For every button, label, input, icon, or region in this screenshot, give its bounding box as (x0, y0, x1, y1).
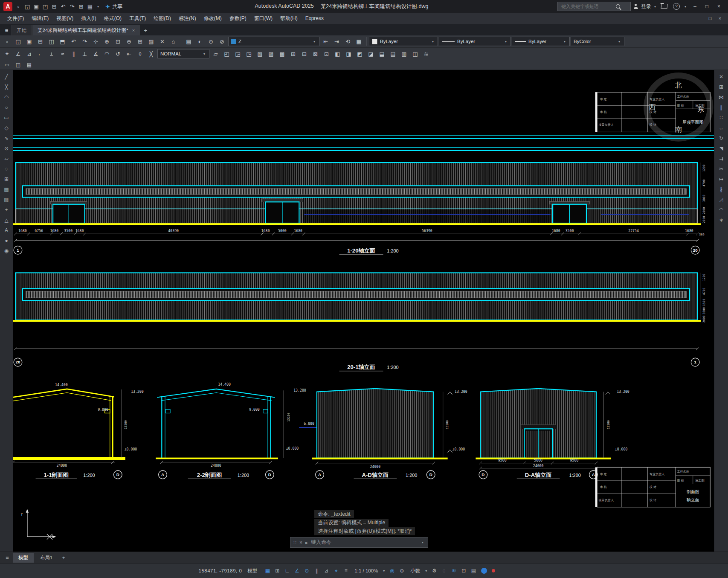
new-layout-icon[interactable]: + (59, 553, 68, 562)
menu-item-0[interactable]: 文件(F) (3, 13, 28, 24)
block-icon[interactable]: ◰ (221, 49, 232, 59)
color-combo[interactable]: ByLayer ▾ (369, 37, 438, 46)
osnap-icon[interactable]: ⊙ (302, 566, 311, 575)
menu-item-11[interactable]: 帮助(H) (276, 13, 302, 24)
section-d-a[interactable]: 13.200 ±0.000 13200 9500 5000 9500 24000… (476, 389, 629, 479)
donut-icon[interactable]: ⊙ (1, 144, 12, 153)
mirror-icon[interactable]: ⋈ (716, 93, 726, 102)
zoom-window-icon[interactable]: ⊡ (113, 37, 123, 46)
section-1-1[interactable]: 14.400 13.200 9.000 ±0.000 13200 24000 1… (13, 383, 144, 479)
batch-plot-icon[interactable]: ⊞ (77, 2, 85, 11)
erase-icon[interactable]: ✕ (716, 72, 726, 81)
user-icon[interactable] (633, 4, 638, 9)
dim-continue-icon[interactable]: ≈ (57, 49, 68, 59)
plot-preview-icon[interactable]: ◫ (46, 37, 57, 46)
doc-minimize-icon[interactable]: – (696, 15, 705, 22)
layer-state-icon[interactable]: ⟲ (342, 37, 353, 46)
menu-item-4[interactable]: 格式(O) (100, 13, 125, 24)
graphics-performance-icon[interactable]: ≋ (449, 566, 458, 575)
layer-properties-icon[interactable]: ▤ (183, 37, 194, 46)
elevation-20-1[interactable]: 1200 4700 1500 3800 2000 20 1 20-1轴立面 (13, 273, 706, 371)
arc-icon[interactable]: ◠ (102, 49, 112, 59)
plot-icon[interactable]: ⊟ (50, 2, 58, 11)
annotation-monitor-icon[interactable]: ◌ (439, 566, 449, 575)
properties-icon[interactable]: ▤ (86, 2, 94, 11)
doc-close-icon[interactable]: × (715, 15, 725, 22)
units-button[interactable]: 小数 (408, 568, 423, 574)
text-style-icon[interactable]: ▥ (399, 49, 409, 59)
dim-radius-icon[interactable]: ⊿ (24, 49, 35, 59)
diamond-icon[interactable]: ◊ (135, 49, 145, 59)
command-recent-caret-icon[interactable]: ▾ (421, 540, 425, 544)
dynamic-input-icon[interactable]: ⌖ (331, 566, 341, 575)
zoom-previous-icon[interactable]: ⊖ (124, 37, 134, 46)
plotstyle-combo[interactable]: ByColor ▾ (571, 37, 624, 46)
parallel-icon[interactable]: ∥ (68, 49, 79, 59)
titleblock-bottom[interactable]: 审 定 审 核 项目负责人 专业负责人 校 对 设 计 工程名称 图 别 施工图… (595, 467, 710, 507)
layer-isolate-icon[interactable]: ⊙ (206, 37, 216, 46)
close-icon[interactable]: × (713, 2, 725, 11)
new-icon[interactable]: ▫ (2, 37, 12, 46)
cross-icon[interactable]: ╳ (146, 49, 157, 59)
publish-icon[interactable]: ⬒ (57, 37, 68, 46)
save-as-icon[interactable]: ◳ (41, 2, 49, 11)
bottom-view-icon[interactable]: ◪ (365, 49, 376, 59)
dynamic-ucs-icon[interactable]: ⊿ (322, 566, 331, 575)
offset-icon[interactable]: ∥ (716, 103, 726, 112)
annotation-visibility-icon[interactable]: ◎ (387, 566, 397, 575)
layer-lock-icon[interactable]: ⊘ (217, 37, 227, 46)
zoom-realtime-icon[interactable]: ⊕ (102, 37, 112, 46)
menu-item-8[interactable]: 修改(M) (200, 13, 226, 24)
minimize-icon[interactable]: – (689, 2, 701, 11)
trim-icon[interactable]: ✂ (716, 164, 726, 173)
polar-icon[interactable]: ∠ (292, 566, 302, 575)
command-line-grip-icon[interactable]: ∷ (293, 540, 296, 545)
chamfer-icon[interactable]: ◿ (716, 195, 726, 204)
command-line[interactable]: ∷ × ▸ 键入命令 ▾ (290, 537, 428, 548)
tab-model[interactable]: 模型 (13, 553, 34, 563)
group-icon[interactable]: ⊞ (288, 49, 299, 59)
search-input[interactable] (560, 3, 616, 9)
notification-icon[interactable] (481, 568, 487, 574)
dim-angular-icon[interactable]: ∠ (13, 49, 23, 59)
dim-style-icon[interactable]: ◫ (410, 49, 421, 59)
share-button[interactable]: ✈ 共享 (102, 3, 126, 10)
attach-icon[interactable]: ◳ (244, 49, 254, 59)
menu-item-3[interactable]: 插入(I) (77, 13, 100, 24)
ellipse-icon[interactable]: ▱ (1, 154, 12, 163)
point-style-icon[interactable]: ● (1, 236, 12, 245)
autoscale-icon[interactable]: ⊕ (397, 566, 406, 575)
linetype-combo[interactable]: ByLayer ▾ (439, 37, 511, 46)
undo-icon[interactable]: ↶ (68, 37, 79, 46)
layer-combo[interactable]: Z ▾ (228, 37, 319, 46)
scale-icon[interactable]: ◥ (716, 144, 726, 153)
region-icon[interactable]: △ (1, 215, 12, 224)
array-icon[interactable]: ∷ (716, 113, 726, 122)
copy-clip-icon[interactable]: ⊞ (135, 37, 145, 46)
shade-icon[interactable]: ⬓ (377, 49, 387, 59)
cart-icon[interactable] (661, 4, 667, 9)
construction-line-icon[interactable]: ╳ (1, 82, 12, 91)
wipeout-icon[interactable]: ◉ (1, 246, 12, 255)
polygon-icon[interactable]: ◇ (1, 123, 12, 132)
extend-icon[interactable]: ↦ (716, 174, 726, 183)
login-caret-down-icon[interactable]: ▾ (653, 5, 657, 9)
dim-linear-icon[interactable]: ⌖ (2, 49, 12, 59)
xref-icon[interactable]: ◫ (13, 61, 23, 69)
top-view-icon[interactable]: ◩ (354, 49, 365, 59)
move-icon[interactable]: ↔ (716, 123, 726, 132)
search-box[interactable] (557, 2, 631, 11)
login-button[interactable]: 登录 (641, 3, 651, 10)
section-a-d[interactable]: 13.200 ±0.000 13200 24000 A-D轴立面 1:200 A… (312, 389, 467, 479)
redo-icon[interactable]: ↷ (68, 2, 76, 11)
maximize-icon[interactable]: □ (701, 2, 713, 11)
save-icon[interactable]: ▣ (24, 37, 35, 46)
hatch-edit-icon[interactable]: ▨ (266, 49, 276, 59)
menu-item-12[interactable]: Express (302, 13, 328, 24)
undo-icon[interactable]: ↶ (59, 2, 67, 11)
rotate-icon[interactable]: ↻ (716, 134, 726, 142)
units-caret-icon[interactable]: ▾ (424, 569, 428, 573)
dim-left-icon[interactable]: ⇤ (124, 49, 134, 59)
menu-item-9[interactable]: 参数(P) (226, 13, 250, 24)
annotation-scale-button[interactable]: 1:1 / 100% (352, 568, 380, 573)
